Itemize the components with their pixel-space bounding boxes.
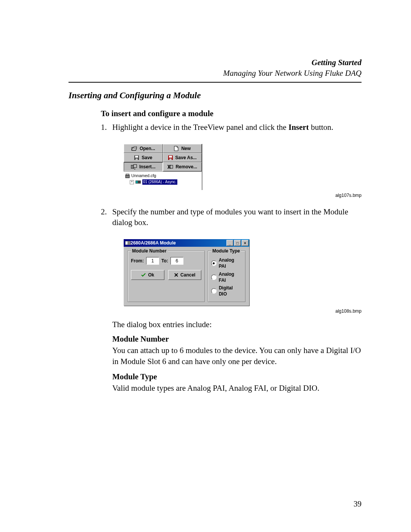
screenshot-1-caption: alg107s.bmp: [112, 192, 362, 198]
remove-button[interactable]: Remove...: [163, 162, 202, 171]
step-number: 2.: [101, 206, 112, 394]
section-heading: Inserting and Configuring a Module: [68, 89, 362, 101]
cancel-x-icon: [174, 273, 178, 277]
dialog-title-bar[interactable]: 2680A/2686A Module _ □ ×: [124, 239, 249, 247]
radio-button-icon: [211, 275, 217, 280]
config-file-icon: [125, 174, 130, 178]
radio-digital-dio[interactable]: Digital DIO: [211, 285, 242, 297]
step-1: Highlight a device in the TreeView panel…: [112, 122, 362, 203]
from-label: From:: [131, 258, 144, 264]
header-rule: [68, 82, 362, 83]
module-type-heading: Module Type: [112, 371, 362, 382]
save-icon: [134, 155, 139, 160]
page: Getting Started Managing Your Network Us…: [0, 0, 411, 532]
from-input[interactable]: 1: [146, 257, 159, 265]
minimize-button[interactable]: _: [226, 240, 233, 246]
new-button[interactable]: New: [163, 144, 202, 153]
new-label: New: [181, 145, 191, 152]
open-button[interactable]: Open...: [124, 144, 163, 153]
insert-button[interactable]: Insert...: [124, 162, 163, 171]
radio-analog-fai[interactable]: Analog FAI: [211, 271, 242, 283]
tree-root-label: Unnamed.cfg: [131, 173, 156, 179]
svg-rect-5: [169, 158, 172, 160]
module-type-group: Module Type Analog PAI Analog FAI: [208, 251, 245, 302]
module-number-heading: Module Number: [112, 334, 362, 344]
step-1-bold: Insert: [288, 123, 309, 132]
module-type-text: Valid module types are Analog PAI, Analo…: [112, 383, 362, 393]
step-1-text-post: button.: [309, 123, 333, 132]
step-1-text-pre: Highlight a device in the TreeView panel…: [112, 123, 288, 132]
sub-heading: To insert and configure a module: [101, 108, 362, 119]
new-file-icon: [174, 146, 179, 151]
insert-module-icon: [131, 164, 137, 169]
cancel-label: Cancel: [180, 272, 195, 278]
save-as-button[interactable]: Save As...: [163, 153, 202, 162]
radio-fai-label: Analog FAI: [219, 271, 242, 283]
svg-rect-14: [126, 241, 127, 244]
radio-button-selected-icon: [211, 260, 217, 266]
svg-rect-4: [169, 156, 172, 158]
ok-label: Ok: [148, 272, 154, 278]
step-2: Specify the number and type of modules y…: [112, 206, 362, 394]
save-as-label: Save As...: [175, 155, 197, 161]
svg-rect-7: [134, 165, 137, 168]
screenshot-2-caption: alg108s.bmp: [112, 308, 362, 314]
entries-intro: The dialog box entries include:: [112, 319, 362, 330]
module-type-title: Module Type: [211, 248, 241, 254]
module-number-title: Module Number: [131, 248, 168, 254]
open-label: Open...: [140, 145, 155, 152]
device-icon: [135, 180, 141, 184]
insert-label: Insert...: [139, 164, 156, 170]
module-number-text: You can attach up to 6 modules to the de…: [112, 345, 362, 367]
save-as-icon: [168, 155, 173, 160]
cancel-button[interactable]: Cancel: [168, 270, 202, 280]
maximize-button[interactable]: □: [234, 240, 241, 246]
to-input[interactable]: 6: [170, 257, 183, 265]
radio-pai-label: Analog PAI: [219, 257, 242, 269]
screenshot-toolbar-tree: Open... New: [124, 144, 202, 190]
folder-open-icon: [131, 146, 137, 151]
close-button[interactable]: ×: [242, 240, 249, 246]
svg-rect-10: [126, 175, 129, 178]
radio-analog-pai[interactable]: Analog PAI: [211, 257, 242, 269]
step-2-text: Specify the number and type of modules y…: [112, 207, 348, 227]
step-number: 1.: [101, 122, 112, 203]
page-header: Getting Started Managing Your Network Us…: [68, 57, 362, 79]
svg-rect-12: [136, 181, 138, 183]
radio-button-icon: [211, 288, 217, 294]
tree-view[interactable]: Unnamed.cfg + 01 (2686A) - Async.: [124, 171, 202, 190]
dialog-title: 2680A/2686A Module: [131, 240, 176, 246]
page-number: 39: [354, 498, 362, 509]
check-icon: [141, 273, 146, 277]
tree-expand-icon[interactable]: +: [130, 180, 134, 184]
ok-button[interactable]: Ok: [131, 270, 164, 280]
svg-rect-1: [135, 156, 138, 158]
tree-selected-item[interactable]: 01 (2686A) - Async.: [142, 179, 177, 185]
save-button[interactable]: Save: [124, 153, 163, 162]
save-label: Save: [142, 155, 152, 161]
app-icon: [125, 241, 131, 245]
screenshot-module-dialog: 2680A/2686A Module _ □ × Module Number F…: [124, 239, 249, 306]
remove-label: Remove...: [175, 164, 197, 170]
chapter-subtitle: Managing Your Network Using Fluke DAQ: [68, 68, 362, 78]
to-label: To:: [161, 258, 168, 264]
module-number-group: Module Number From: 1 To: 6: [127, 251, 205, 302]
remove-icon: [167, 164, 173, 169]
svg-rect-8: [170, 165, 173, 168]
radio-dio-label: Digital DIO: [219, 285, 242, 297]
svg-rect-2: [135, 158, 138, 160]
chapter-title: Getting Started: [68, 57, 362, 68]
